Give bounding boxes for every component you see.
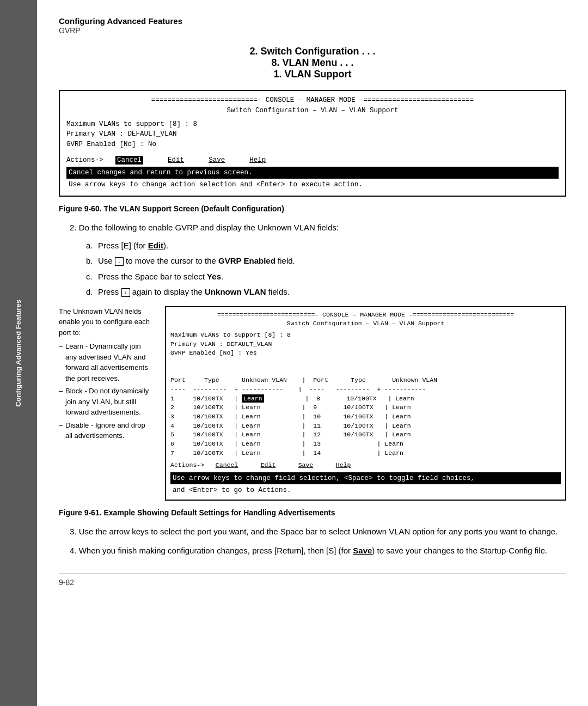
console2-gvrp-enabled: GVRP Enabled [No] : Yes [170,349,561,358]
spacer-3 [229,156,246,164]
col-divider: ---- --------- + ----------- | ---- ----… [170,386,426,393]
side-note: The Unknown VLAN fields enable you to co… [59,306,154,501]
step2a-content: Press [E] (for Edit). [98,240,168,252]
step2c: c. Press the Space bar to select Yes. [86,271,566,283]
spacer-2 [188,156,205,164]
section-heading-line1: 2. Switch Configuration . . . [59,46,566,57]
port-row-3: 3 10/100TX | Learn | 10 10/100TX | Learn [170,413,411,420]
help-label-2[interactable]: Help [336,461,351,468]
edit-label-2[interactable]: Edit [261,461,276,468]
figure-caption-1: Figure 9-60. The VLAN Support Screen (De… [59,204,566,213]
sidebar-label: Configuring Advanced Features [14,300,23,407]
sidebar: Configuring Advanced Features [0,0,37,706]
side-note-disable: – Disable - Ignore and drop all advertis… [59,420,154,441]
console-line-gvrp-enabled: GVRP Enabled [No] : No [66,139,559,150]
cancel-label-2[interactable]: Cancel [216,461,238,468]
port-row-5: 5 10/100TX | Learn | 12 10/100TX | Learn [170,431,411,438]
edit-label-1[interactable]: Edit [168,156,184,164]
col-header: Port Type Unknown VLAN | Port Type Unkno… [170,376,437,384]
two-col-layout: The Unknown VLAN fields enable you to co… [59,306,566,501]
step2c-content: Press the Space bar to select Yes. [98,271,223,283]
section-heading-line2: 8. VLAN Menu . . . [59,57,566,69]
console2-primary-vlan: Primary VLAN : DEFAULT_VLAN [170,340,561,349]
port-row-6: 6 10/100TX | Learn | 13 | Learn [170,440,403,447]
arrow-down-icon-d: ↓ [121,288,130,297]
actions-label-1: Actions-> [66,156,112,164]
console-status-bar-1: Cancel changes and return to previous sc… [66,167,559,179]
console2-help-line: and <Enter> to go to Actions. [170,484,561,496]
console-actions-1: Actions-> Cancel Edit Save Help [66,155,559,166]
port-table: Port Type Unknown VLAN | Port Type Unkno… [170,367,561,458]
port-row-4: 4 10/100TX | Learn | 11 10/100TX | Learn [170,422,411,429]
console-subheader-2: Switch Configuration – VLAN – VLAN Suppo… [170,319,561,328]
console2-status-bar: Use arrow keys to change field selection… [170,472,561,484]
save-label-1[interactable]: Save [209,156,225,164]
console-body-1: Maximum VLANs to support [8] : 8 Primary… [66,119,559,150]
section-heading: 2. Switch Configuration . . . 8. VLAN Me… [59,46,566,80]
console-header-1: ==========================- CONSOLE – MA… [66,95,559,106]
actions-label-2: Actions-> [170,461,212,468]
side-note-learn: – Learn - Dynamically join any advertise… [59,341,154,384]
console2-max-vlan: Maximum VLANs to support [8] : 8 [170,331,561,340]
step2d-label: d. [86,286,98,299]
step2d-content: Press ↓ again to display the Unknown VLA… [98,286,290,299]
cancel-button-1[interactable]: Cancel [115,156,143,165]
step2d: d. Press ↓ again to display the Unknown … [86,286,566,299]
port-row-7: 7 10/100TX | Learn | 14 | Learn [170,449,403,457]
console-line-max-vlan: Maximum VLANs to support [8] : 8 [66,119,559,130]
section-heading-line3: 1. VLAN Support [59,69,566,80]
step2b: b. Use ↓ to move the cursor to the GVRP … [86,255,566,267]
step2b-label: b. [86,255,98,267]
console-box-2: ==========================- CONSOLE – MA… [165,306,566,501]
figure-caption-2: Figure 9-61. Example Showing Default Set… [59,508,566,517]
side-note-block: – Block - Do not dynamically join any VL… [59,386,154,418]
header-sub: GVRP [59,26,81,35]
breadcrumb: Configuring Advanced Features GVRP [59,16,566,35]
help-label-1[interactable]: Help [249,156,266,164]
save-label-2[interactable]: Save [298,461,314,468]
side-note-intro: The Unknown VLAN fields enable you to co… [59,306,154,338]
console-line-primary-vlan: Primary VLAN : DEFAULT_VLAN [66,129,559,139]
step2a: a. Press [E] (for Edit). [86,240,566,252]
port-row-2: 2 10/100TX | Learn | 9 10/100TX | Learn [170,404,411,411]
header-title: Configuring Advanced Features [59,16,182,26]
console-header-2: ==========================- CONSOLE – MA… [170,311,561,320]
console-subheader-1: Switch Configuration – VLAN – VLAN Suppo… [66,106,559,116]
step2-intro: 2. Do the following to enable GVRP and d… [70,222,566,234]
step2c-label: c. [86,271,98,283]
main-content: Configuring Advanced Features GVRP 2. Sw… [37,0,588,608]
console2-actions: Actions-> Cancel Edit Save Help [170,461,561,470]
learn-highlight-1: Learn [242,394,264,403]
arrow-down-icon-b: ↓ [115,257,124,266]
console-box-1: ==========================- CONSOLE – MA… [59,90,566,197]
footer: 9-82 [59,573,566,587]
step2b-content: Use ↓ to move the cursor to the GVRP Ena… [98,255,295,267]
spacer-1 [148,156,164,164]
step4-text: 4. When you finish making configuration … [70,545,566,557]
page-number: 9-82 [59,578,74,587]
step3-text: 3. Use the arrow keys to select the port… [70,526,566,538]
port-row-1: 1 10/100TX | Learn | 8 10/100TX | Learn [170,394,414,403]
step2a-label: a. [86,240,98,252]
console-help-line-1: Use arrow keys to change action selectio… [66,179,559,191]
